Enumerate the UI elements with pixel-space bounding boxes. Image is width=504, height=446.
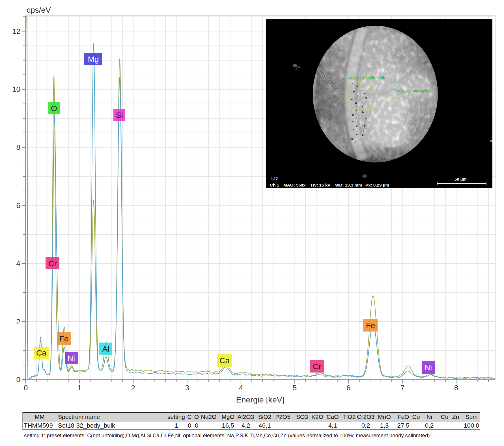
svg-text:K2O: K2O — [311, 413, 323, 420]
svg-text:setting: setting — [167, 413, 185, 420]
svg-text:Ni: Ni — [68, 354, 75, 363]
svg-text:HV: 15 kV: HV: 15 kV — [311, 183, 331, 187]
svg-text:Ca: Ca — [219, 356, 230, 365]
svg-text:4: 4 — [239, 384, 243, 392]
svg-text:CaO: CaO — [326, 413, 339, 420]
svg-text:Cr: Cr — [313, 362, 321, 371]
svg-text:0: 0 — [195, 422, 198, 429]
svg-text:1: 1 — [175, 422, 178, 429]
svg-text:2: 2 — [131, 384, 135, 392]
svg-text:4,2: 4,2 — [242, 422, 250, 429]
svg-text:Cr2O3: Cr2O3 — [357, 413, 374, 420]
svg-text:Al2O3: Al2O3 — [238, 413, 254, 420]
svg-text:MM: MM — [35, 413, 45, 420]
svg-text:MnO: MnO — [378, 413, 391, 420]
svg-text:setting 1: preset elements: C(: setting 1: preset elements: C(not unfold… — [24, 432, 430, 438]
svg-text:Set18-33_magnetite: Set18-33_magnetite — [394, 89, 431, 93]
svg-text:P2O5: P2O5 — [275, 413, 290, 420]
svg-text:46,1: 46,1 — [259, 422, 271, 429]
svg-text:27,5: 27,5 — [397, 422, 410, 429]
svg-text:Set18-33_body_bulk: Set18-33_body_bulk — [347, 76, 385, 80]
svg-text:0: 0 — [24, 384, 28, 392]
svg-text:0,2: 0,2 — [361, 422, 370, 429]
svg-text:12: 12 — [12, 27, 20, 36]
svg-text:7: 7 — [400, 384, 404, 392]
svg-text:O: O — [194, 413, 199, 420]
svg-text:Sum: Sum — [465, 413, 477, 420]
svg-text:SO3: SO3 — [296, 413, 308, 420]
svg-text:MgO: MgO — [221, 413, 234, 420]
svg-text:Cr: Cr — [48, 259, 57, 268]
svg-text:Set18-32_body_bulk: Set18-32_body_bulk — [58, 422, 115, 429]
svg-text:5: 5 — [293, 384, 297, 392]
svg-text:1: 1 — [77, 384, 81, 392]
svg-text:SiO2: SiO2 — [258, 413, 272, 420]
svg-text:TiO2: TiO2 — [343, 413, 356, 420]
svg-text:WD: 13,3 mm: WD: 13,3 mm — [335, 183, 362, 187]
svg-text:16,5: 16,5 — [222, 422, 234, 429]
svg-text:Fe: Fe — [59, 334, 69, 343]
svg-text:Spectrum name: Spectrum name — [58, 413, 100, 420]
svg-text:Fe: Fe — [366, 321, 375, 330]
svg-text:Ch 1: Ch 1 — [270, 183, 279, 187]
svg-text:0,2: 0,2 — [425, 422, 434, 429]
svg-text:4,1: 4,1 — [328, 422, 337, 429]
svg-text:0: 0 — [16, 375, 20, 384]
svg-text:Co: Co — [412, 413, 420, 420]
svg-text:127: 127 — [271, 176, 278, 181]
svg-text:50 µm: 50 µm — [455, 177, 467, 181]
svg-text:C: C — [187, 413, 191, 420]
svg-text:3: 3 — [185, 384, 189, 392]
svg-text:FeO: FeO — [398, 413, 409, 420]
svg-text:8: 8 — [454, 384, 458, 392]
svg-text:Px: 0,29 µm: Px: 0,29 µm — [365, 183, 389, 187]
svg-text:MAG: 550x: MAG: 550x — [283, 183, 306, 187]
svg-text:Ca: Ca — [36, 348, 46, 357]
svg-text:0: 0 — [188, 422, 191, 429]
svg-text:Al: Al — [102, 345, 109, 353]
svg-text:Mg: Mg — [88, 55, 99, 64]
svg-text:cps/eV: cps/eV — [27, 6, 51, 14]
svg-text:Ni: Ni — [425, 363, 432, 372]
svg-text:6: 6 — [16, 201, 20, 210]
svg-text:Cu: Cu — [441, 413, 449, 420]
svg-text:4: 4 — [16, 259, 20, 268]
svg-text:6: 6 — [346, 384, 350, 392]
svg-text:Zn: Zn — [452, 413, 459, 420]
svg-text:Na2O: Na2O — [201, 413, 217, 420]
svg-text:Ni: Ni — [427, 413, 432, 420]
svg-text:Energie [keV]: Energie [keV] — [236, 395, 284, 404]
svg-text:8: 8 — [16, 143, 20, 151]
svg-text:2: 2 — [16, 317, 20, 326]
svg-text:THMM599: THMM599 — [24, 422, 53, 429]
svg-text:1,3: 1,3 — [380, 422, 389, 429]
svg-text:Si: Si — [116, 111, 123, 120]
svg-text:O: O — [51, 104, 57, 113]
svg-text:100,0: 100,0 — [464, 422, 479, 429]
svg-text:10: 10 — [12, 85, 20, 94]
